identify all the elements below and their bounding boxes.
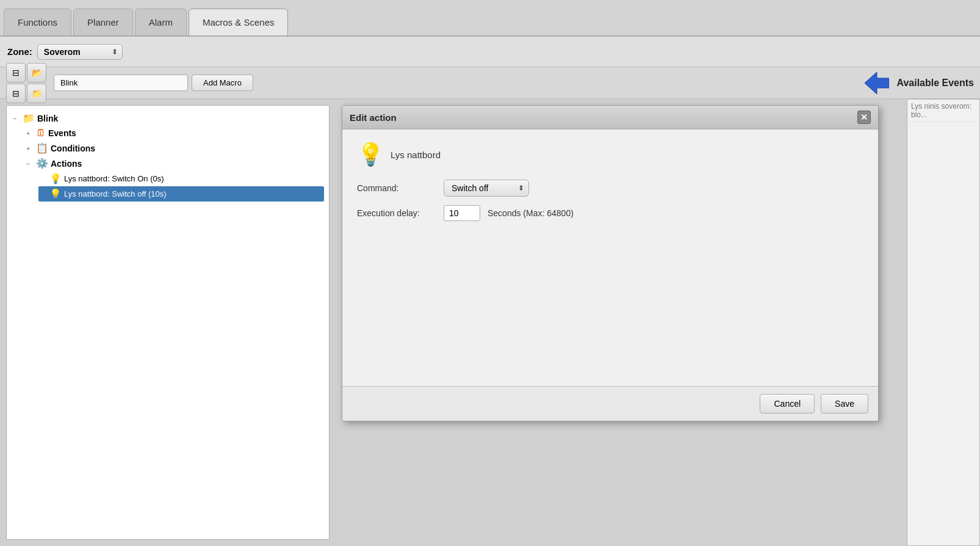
tree-node-events-label: Events [48, 128, 76, 138]
add-macro-button[interactable]: Add Macro [192, 75, 253, 91]
macro-name-input[interactable] [54, 75, 188, 91]
svg-marker-0 [865, 72, 889, 94]
tab-alarm-label: Alarm [149, 17, 173, 27]
dialog-footer: Cancel Save [342, 386, 878, 421]
tab-functions-label: Functions [18, 17, 57, 27]
dialog-device-row: 💡 Lys nattbord [357, 142, 863, 167]
device-name: Lys nattbord [391, 150, 441, 160]
tree-children-actions: 💡 Lys nattbord: Switch On (0s) 💡 Lys nat… [25, 171, 324, 202]
dialog-execution-delay-row: Execution delay: Seconds (Max: 64800) [357, 205, 863, 221]
available-events-item-1: Lys ninis soverom: blo... [907, 100, 979, 122]
actions-icon: ⚙️ [36, 158, 48, 169]
collapse-all-button[interactable]: ⊟ [6, 63, 26, 82]
edit-action-dialog: Edit action ✕ 💡 Lys nattbord Command: [342, 105, 879, 421]
execution-delay-label: Execution delay: [357, 208, 436, 218]
events-icon: 🗓 [36, 128, 46, 139]
arrow-left-icon [865, 72, 889, 94]
collapse-expand-icon-group: ⊟ 📂 ⊟ 📁 [6, 63, 46, 103]
add-folder-button[interactable]: 📁 [27, 84, 46, 103]
main-content: − 📁 Blink + 🗓 Events + 📋 Conditions − ⚙️… [0, 99, 980, 546]
command-select[interactable]: Switch off Switch on Toggle Dim [444, 180, 529, 197]
tree-node-conditions[interactable]: + 📋 Conditions [25, 140, 324, 156]
tree-toggle-events[interactable]: + [26, 129, 34, 137]
command-label: Command: [357, 183, 436, 193]
dialog-command-row: Command: Switch off Switch on Toggle Dim [357, 180, 863, 197]
tab-planner-label: Planner [87, 17, 119, 27]
available-events-arrow[interactable] [863, 71, 890, 95]
dialog-body: 💡 Lys nattbord Command: Switch off Switc… [342, 129, 878, 386]
device-light-icon: 💡 [357, 142, 384, 167]
toolbar: ⊟ 📂 ⊟ 📁 Add Macro Available Events [0, 67, 980, 99]
light-icon-1: 💡 [49, 173, 62, 184]
cancel-label: Cancel [774, 399, 801, 409]
folder-open-icon: 📂 [32, 68, 42, 78]
tree-minus-icon: ⊟ [12, 89, 20, 98]
seconds-label: Seconds (Max: 64800) [488, 208, 574, 218]
zone-select[interactable]: Soverom Stue Kjøkken Soverom 2 [37, 44, 123, 60]
tab-alarm[interactable]: Alarm [135, 9, 187, 35]
add-macro-label: Add Macro [203, 78, 242, 87]
collapse-icon: ⊟ [12, 68, 20, 78]
tree-collapse-button[interactable]: ⊟ [6, 84, 26, 103]
available-event-label-1: Lys ninis soverom: blo... [911, 102, 971, 119]
tab-planner[interactable]: Planner [73, 9, 133, 35]
dialog-close-button[interactable]: ✕ [857, 111, 871, 124]
save-button[interactable]: Save [821, 394, 868, 413]
expand-folder-button[interactable]: 📂 [27, 63, 46, 82]
tree-node-conditions-label: Conditions [51, 144, 95, 153]
available-events-panel: Lys ninis soverom: blo... [907, 99, 980, 546]
tree-toggle-actions[interactable]: − [26, 160, 34, 167]
tab-macros-scenes[interactable]: Macros & Scenes [189, 9, 289, 35]
cancel-button[interactable]: Cancel [760, 394, 815, 413]
folder-icon-blink: 📁 [23, 112, 35, 124]
tree-node-blink-label: Blink [37, 114, 58, 123]
tree-children-blink: + 🗓 Events + 📋 Conditions − ⚙️ Actions � [12, 126, 324, 202]
tree-node-action-1[interactable]: 💡 Lys nattbord: Switch On (0s) [38, 171, 324, 186]
light-icon-2: 💡 [49, 188, 62, 200]
tree-node-action-2-label: Lys nattbord: Switch off (10s) [64, 189, 167, 198]
tree-node-actions[interactable]: − ⚙️ Actions [25, 156, 324, 171]
command-select-wrapper: Switch off Switch on Toggle Dim [444, 180, 529, 197]
zone-select-wrapper: Soverom Stue Kjøkken Soverom 2 [37, 44, 123, 60]
folder-add-icon: 📁 [32, 89, 42, 98]
close-icon: ✕ [860, 112, 868, 122]
execution-delay-input[interactable] [444, 205, 480, 221]
left-panel-tree: − 📁 Blink + 🗓 Events + 📋 Conditions − ⚙️… [6, 105, 330, 540]
tree-node-action-2[interactable]: 💡 Lys nattbord: Switch off (10s) [38, 186, 324, 202]
tree-node-action-1-label: Lys nattbord: Switch On (0s) [64, 174, 164, 183]
tree-toggle-blink[interactable]: − [13, 115, 20, 122]
available-events-label: Available Events [896, 78, 974, 89]
conditions-icon: 📋 [36, 142, 48, 154]
dialog-title: Edit action [350, 112, 397, 123]
tree-node-actions-label: Actions [51, 159, 82, 169]
zone-bar: Zone: Soverom Stue Kjøkken Soverom 2 [0, 37, 980, 67]
save-label: Save [835, 399, 854, 409]
tree-node-events[interactable]: + 🗓 Events [25, 126, 324, 140]
tree-node-blink[interactable]: − 📁 Blink [12, 111, 324, 126]
available-events-section: Available Events [863, 71, 974, 95]
tab-macros-scenes-label: Macros & Scenes [203, 17, 275, 27]
zone-label: Zone: [7, 46, 32, 57]
dialog-header: Edit action ✕ [342, 106, 878, 129]
tab-functions[interactable]: Functions [4, 9, 71, 35]
right-area: Edit action ✕ 💡 Lys nattbord Command: [336, 99, 980, 546]
tab-bar: Functions Planner Alarm Macros & Scenes [0, 0, 980, 37]
tree-toggle-conditions[interactable]: + [26, 145, 34, 152]
